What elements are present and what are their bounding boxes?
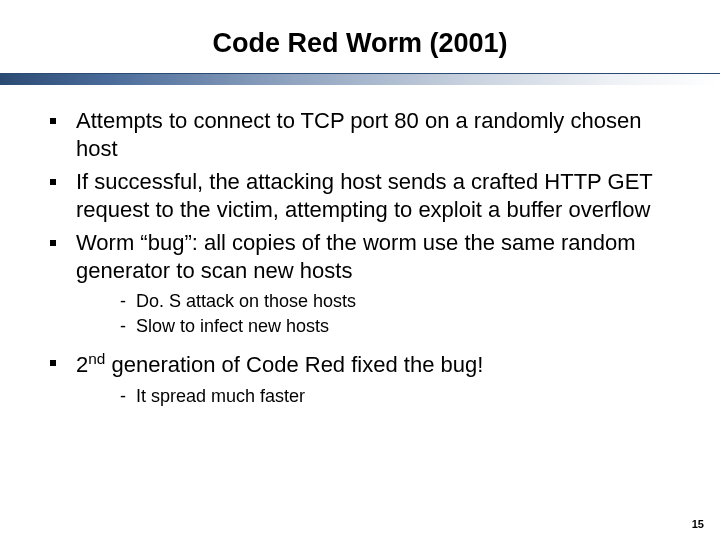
dash-icon: - bbox=[120, 315, 126, 338]
bullet-text: Attempts to connect to TCP port 80 on a … bbox=[76, 108, 641, 161]
dash-icon: - bbox=[120, 385, 126, 408]
square-bullet-icon bbox=[50, 240, 56, 246]
slide-body: Attempts to connect to TCP port 80 on a … bbox=[0, 85, 720, 408]
bullet-text: If successful, the attacking host sends … bbox=[76, 169, 652, 222]
list-item: 2nd generation of Code Red fixed the bug… bbox=[40, 349, 680, 408]
title-divider bbox=[0, 73, 720, 85]
square-bullet-icon bbox=[50, 360, 56, 366]
page-number: 15 bbox=[692, 518, 704, 530]
square-bullet-icon bbox=[50, 179, 56, 185]
bullet-text: 2nd generation of Code Red fixed the bug… bbox=[76, 352, 483, 377]
square-bullet-icon bbox=[50, 118, 56, 124]
sub-list: - It spread much faster bbox=[76, 385, 680, 408]
sub-list-item: - Slow to infect new hosts bbox=[76, 315, 680, 338]
sub-bullet-text: Do. S attack on those hosts bbox=[136, 291, 356, 311]
list-item: Attempts to connect to TCP port 80 on a … bbox=[40, 107, 680, 162]
sub-list-item: - It spread much faster bbox=[76, 385, 680, 408]
bullet-list: Attempts to connect to TCP port 80 on a … bbox=[40, 107, 680, 408]
slide-title: Code Red Worm (2001) bbox=[0, 0, 720, 73]
bullet-text: Worm “bug”: all copies of the worm use t… bbox=[76, 230, 636, 283]
sub-bullet-text: It spread much faster bbox=[136, 386, 305, 406]
sub-bullet-text: Slow to infect new hosts bbox=[136, 316, 329, 336]
list-item: If successful, the attacking host sends … bbox=[40, 168, 680, 223]
dash-icon: - bbox=[120, 290, 126, 313]
sub-list: - Do. S attack on those hosts - Slow to … bbox=[76, 290, 680, 339]
sub-list-item: - Do. S attack on those hosts bbox=[76, 290, 680, 313]
list-item: Worm “bug”: all copies of the worm use t… bbox=[40, 229, 680, 339]
